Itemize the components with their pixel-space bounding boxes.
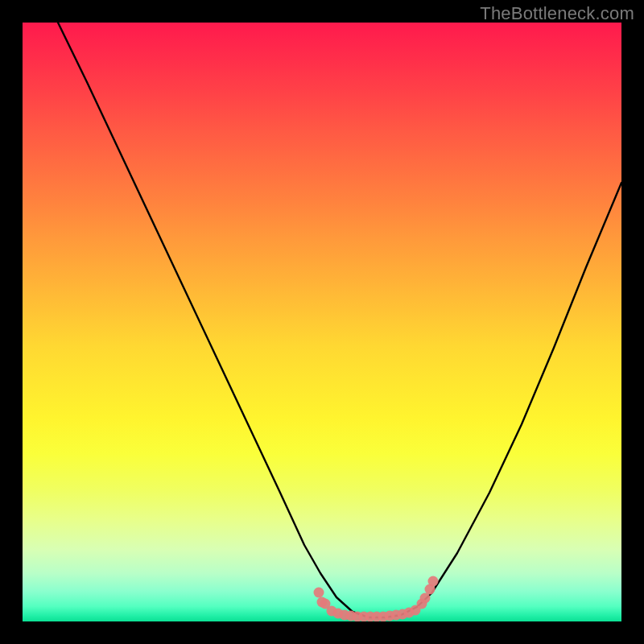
marker-dot (314, 588, 324, 598)
bottom-cluster-markers (314, 576, 439, 622)
plot-area (23, 23, 621, 621)
marker-dot (428, 576, 439, 587)
marker-dot (420, 593, 431, 604)
chart-frame: TheBottleneck.com (0, 0, 644, 644)
bottleneck-curve (58, 23, 621, 617)
curve-svg (23, 23, 621, 621)
watermark-text: TheBottleneck.com (480, 3, 634, 24)
